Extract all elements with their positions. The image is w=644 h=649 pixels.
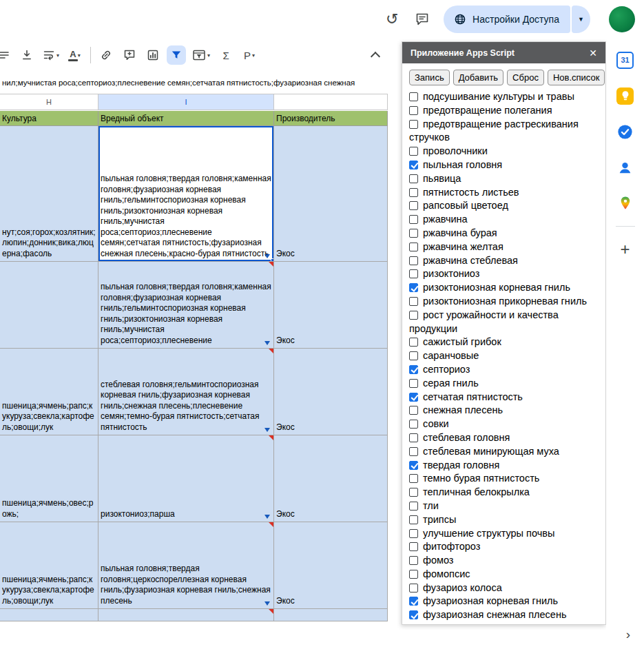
filter-button[interactable] bbox=[167, 45, 186, 65]
checkbox-icon[interactable] bbox=[409, 269, 418, 278]
checkbox-icon[interactable] bbox=[409, 584, 418, 593]
cell-pest[interactable]: стеблевая головня;гельминтоспориозная ко… bbox=[98, 349, 274, 435]
checkbox-checked-icon[interactable] bbox=[409, 610, 418, 619]
checkbox-item[interactable]: рост урожайности и качества продукции bbox=[409, 309, 599, 336]
column-header-H[interactable]: H bbox=[0, 94, 98, 110]
checkbox-icon[interactable] bbox=[409, 229, 418, 238]
checkbox-icon[interactable] bbox=[409, 297, 418, 306]
functions-button[interactable]: Σ bbox=[216, 45, 236, 65]
checkbox-item[interactable]: стеблевая головня bbox=[409, 431, 599, 445]
checkbox-icon[interactable] bbox=[409, 188, 418, 197]
checkbox-item[interactable]: твердая головня bbox=[409, 459, 599, 473]
panel-button[interactable]: Нов.список bbox=[548, 70, 605, 85]
dropdown-arrow-icon[interactable] bbox=[264, 254, 270, 258]
cell-producer[interactable] bbox=[274, 609, 388, 621]
menu-lines-button[interactable] bbox=[0, 45, 13, 65]
checkbox-item[interactable]: серая гниль bbox=[409, 377, 599, 391]
checkbox-checked-icon[interactable] bbox=[409, 161, 418, 169]
checkbox-item[interactable]: проволочники bbox=[409, 145, 599, 158]
checkbox-icon[interactable] bbox=[409, 502, 418, 511]
checkbox-item[interactable]: тли bbox=[409, 499, 599, 513]
panel-button[interactable]: Сброс bbox=[507, 70, 544, 85]
checkbox-icon[interactable] bbox=[409, 243, 418, 251]
share-dropdown-button[interactable]: ▼ bbox=[572, 6, 590, 33]
checkbox-icon[interactable] bbox=[409, 447, 418, 456]
tasks-icon[interactable] bbox=[616, 123, 634, 141]
checkbox-icon[interactable] bbox=[409, 215, 418, 224]
cell-culture[interactable]: пшеница;ячмень;рапс;кукуруза;свекла;карт… bbox=[0, 522, 98, 609]
checkbox-icon[interactable] bbox=[409, 92, 418, 101]
checkbox-item[interactable]: темно бурая пятнистость bbox=[409, 472, 599, 486]
checkbox-item[interactable]: пьявица bbox=[409, 172, 599, 186]
checkbox-icon[interactable] bbox=[409, 106, 418, 115]
checkbox-item[interactable]: ризоктониозная корневая гниль bbox=[409, 281, 599, 295]
contacts-icon[interactable] bbox=[616, 158, 634, 176]
checkbox-item[interactable]: фитофтороз bbox=[409, 540, 599, 554]
cell-producer[interactable]: Экос bbox=[274, 435, 388, 522]
cell-pest[interactable]: ризоктониоз;парша bbox=[98, 435, 274, 522]
checkbox-icon[interactable] bbox=[409, 515, 418, 524]
share-button[interactable]: Настройки Доступа bbox=[444, 6, 570, 33]
checkbox-item[interactable]: саранчовые bbox=[409, 349, 599, 363]
cell-culture[interactable] bbox=[0, 262, 98, 349]
checkbox-item[interactable]: пятнистость листьев bbox=[409, 186, 599, 200]
cell-culture[interactable]: пшеница;ячмень;рапс;кукуруза;свекла;карт… bbox=[0, 349, 98, 435]
version-history-icon[interactable]: ↺ bbox=[383, 10, 401, 28]
checkbox-checked-icon[interactable] bbox=[409, 283, 418, 292]
dropdown-arrow-icon[interactable] bbox=[264, 601, 270, 606]
checkbox-icon[interactable] bbox=[409, 488, 418, 497]
script-menu-button[interactable]: Р▾ bbox=[240, 45, 259, 65]
checkbox-item[interactable]: предотвращение растрескивания стручков bbox=[409, 118, 599, 145]
header-cell[interactable]: Вредный объект bbox=[98, 111, 274, 126]
column-header-blank[interactable] bbox=[274, 94, 388, 110]
checkbox-item[interactable]: септориоз bbox=[409, 363, 599, 377]
checkbox-item[interactable]: тепличная белокрылка bbox=[409, 486, 599, 499]
checkbox-checked-icon[interactable] bbox=[409, 393, 418, 402]
checkbox-item[interactable]: сетчатая пятнистость bbox=[409, 391, 599, 404]
maps-icon[interactable] bbox=[616, 194, 634, 212]
checkbox-item[interactable]: ржавчина стеблевая bbox=[409, 254, 599, 268]
cell-culture[interactable] bbox=[0, 609, 98, 621]
cell-pest[interactable]: пыльная головня;твердая головня;каменная… bbox=[98, 262, 274, 349]
checkbox-item[interactable]: фузариоз колоса bbox=[409, 581, 599, 595]
insert-link-button[interactable] bbox=[96, 45, 116, 65]
checkbox-icon[interactable] bbox=[409, 147, 418, 156]
download-button[interactable] bbox=[17, 45, 37, 65]
checkbox-item[interactable]: ржавчина желтая bbox=[409, 240, 599, 254]
checkbox-item[interactable]: сажистый грибок bbox=[409, 336, 599, 349]
checkbox-icon[interactable] bbox=[409, 174, 418, 183]
checkbox-item[interactable]: фузариозная корневая гниль bbox=[409, 595, 599, 608]
cell-producer[interactable]: Экос bbox=[274, 522, 388, 609]
checkbox-item[interactable]: ризоктониоз bbox=[409, 267, 599, 281]
keep-icon[interactable] bbox=[616, 87, 634, 105]
checkbox-item[interactable]: трипсы bbox=[409, 513, 599, 527]
header-cell[interactable]: Культура bbox=[0, 111, 98, 126]
header-cell[interactable]: Производитель bbox=[274, 111, 388, 126]
text-wrap-button[interactable]: ▾ bbox=[41, 45, 61, 65]
checkbox-item[interactable]: рапсовый цветоед bbox=[409, 199, 599, 213]
checkbox-item[interactable]: подсушивание культуры и травы bbox=[409, 90, 599, 104]
checkbox-item[interactable]: улучшение структуры почвы bbox=[409, 527, 599, 541]
checkbox-item[interactable]: пыльная головня bbox=[409, 158, 599, 172]
checkbox-item[interactable]: ржавчина bbox=[409, 213, 599, 227]
cell-pest[interactable]: пыльная головня;твердая головня;церкоспо… bbox=[98, 522, 274, 609]
filter-views-button[interactable]: ▾ bbox=[190, 45, 212, 65]
checkbox-item[interactable]: фомоз bbox=[409, 554, 599, 568]
avatar[interactable] bbox=[609, 6, 635, 32]
close-icon[interactable]: ✕ bbox=[589, 48, 597, 59]
cell-producer[interactable]: Экос bbox=[274, 126, 388, 262]
column-header-I[interactable]: I bbox=[98, 94, 274, 110]
comments-icon[interactable] bbox=[413, 10, 431, 28]
checkbox-icon[interactable] bbox=[409, 311, 418, 320]
checkbox-item[interactable]: стеблевая минирующая муха bbox=[409, 445, 599, 459]
panel-button[interactable]: Добавить bbox=[453, 70, 503, 85]
insert-comment-button[interactable] bbox=[120, 45, 139, 65]
checkbox-item[interactable]: предотвращение полегания bbox=[409, 104, 599, 118]
checkbox-icon[interactable] bbox=[409, 420, 418, 429]
checkbox-icon[interactable] bbox=[409, 433, 418, 442]
checkbox-item[interactable]: ржавчина бурая bbox=[409, 227, 599, 240]
collapse-toolbar-button[interactable] bbox=[371, 51, 380, 59]
checkbox-item[interactable]: фомопсис bbox=[409, 568, 599, 581]
cell-pest[interactable] bbox=[98, 609, 274, 621]
checkbox-icon[interactable] bbox=[409, 120, 418, 129]
